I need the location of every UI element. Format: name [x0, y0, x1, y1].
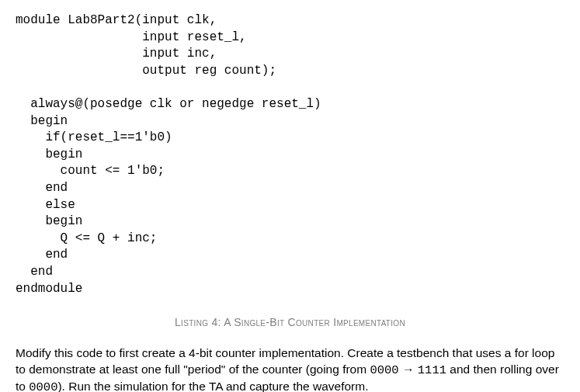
code-line: end [16, 181, 68, 195]
code-line: input reset_l, [16, 30, 247, 44]
text: ). Run the simulation for the TA and cap… [57, 380, 368, 392]
listing-caption: Listing 4: A Single-Bit Counter Implemen… [16, 316, 564, 328]
code-line: if(reset_l==1'b0) [16, 130, 172, 144]
code-line: begin [16, 147, 82, 161]
code-line: else [16, 198, 75, 212]
code-line: output reg count); [16, 64, 276, 78]
text: → [399, 363, 418, 376]
code-listing: module Lab8Part2(input clk, input reset_… [16, 12, 564, 297]
literal: 0000 [370, 363, 398, 377]
code-line: end [16, 265, 53, 279]
code-line: begin [16, 214, 82, 228]
code-line: module Lab8Part2(input clk, [16, 13, 217, 27]
code-line: input inc, [16, 47, 217, 61]
code-line: count <= 1'b0; [16, 164, 165, 178]
code-line: always@(posedge clk or negedge reset_l) [16, 97, 321, 111]
instruction-paragraph: Modify this code to first create a 4-bit… [16, 345, 564, 392]
code-line: Q <= Q + inc; [16, 231, 157, 245]
literal: 1111 [418, 363, 446, 377]
code-line: begin [16, 114, 68, 128]
literal: 0000 [29, 380, 57, 392]
code-line: end [16, 248, 68, 262]
code-line: endmodule [16, 282, 82, 296]
